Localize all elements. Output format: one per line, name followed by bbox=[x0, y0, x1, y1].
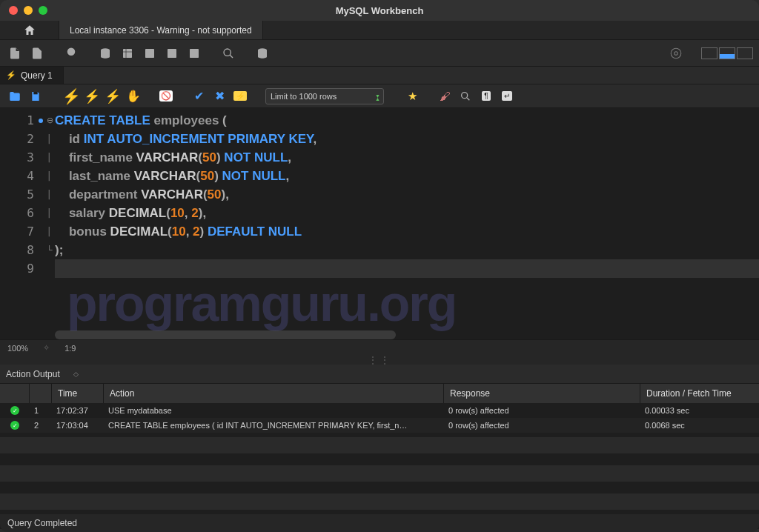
success-icon: ✓ bbox=[10, 406, 19, 415]
col-action[interactable]: Action bbox=[104, 384, 444, 403]
new-function-button[interactable] bbox=[185, 44, 203, 62]
toggle-autocommit-button[interactable]: 🚫 bbox=[159, 89, 173, 104]
zoom-level[interactable]: 100% bbox=[7, 344, 28, 353]
snippets-button[interactable]: ↵ bbox=[500, 89, 514, 104]
output-row[interactable]: ✓ 1 17:02:37 USE mydatabase 0 row(s) aff… bbox=[0, 403, 759, 418]
find-button[interactable]: 🖌 bbox=[437, 89, 452, 104]
save-file-button[interactable] bbox=[28, 89, 43, 104]
svg-rect-4 bbox=[190, 49, 199, 58]
toggle-output-button[interactable] bbox=[719, 47, 735, 59]
main-toolbar bbox=[0, 40, 759, 67]
code-area[interactable]: CREATE TABLE employees ( id INT AUTO_INC… bbox=[55, 108, 759, 339]
output-row[interactable]: ✓ 2 17:03:04 CREATE TABLE employees ( id… bbox=[0, 418, 759, 433]
svg-rect-9 bbox=[33, 92, 37, 94]
status-text: Query Completed bbox=[7, 518, 77, 528]
fold-toggle[interactable]: ⊖ bbox=[44, 111, 55, 130]
search-button[interactable] bbox=[219, 44, 237, 62]
output-header: Action Output ◇ bbox=[0, 365, 759, 384]
new-table-button[interactable] bbox=[119, 44, 136, 62]
new-view-button[interactable] bbox=[141, 44, 159, 62]
fold-gutter: ⊖ ││││││└ bbox=[44, 108, 55, 339]
col-response[interactable]: Response bbox=[444, 384, 640, 403]
pane-divider[interactable]: ⋮⋮ bbox=[0, 356, 759, 365]
svg-rect-2 bbox=[145, 49, 154, 58]
cursor-position: 1:9 bbox=[64, 344, 76, 353]
explain-button[interactable]: ⚡ bbox=[105, 89, 120, 104]
output-row-empty bbox=[0, 465, 759, 482]
row-limit-select[interactable]: Limit to 1000 rows bbox=[265, 88, 384, 104]
close-window-button[interactable] bbox=[9, 6, 18, 15]
output-columns: Time Action Response Duration / Fetch Ti… bbox=[0, 384, 759, 403]
execute-current-button[interactable]: ⚡ bbox=[84, 89, 99, 104]
query-tab[interactable]: ⚡ Query 1 bbox=[0, 67, 64, 84]
stop-button[interactable]: ✋ bbox=[126, 89, 141, 104]
maximize-window-button[interactable] bbox=[39, 6, 47, 15]
output-rows: ✓ 1 17:02:37 USE mydatabase 0 row(s) aff… bbox=[0, 403, 759, 529]
svg-point-5 bbox=[224, 49, 231, 56]
success-icon: ✓ bbox=[10, 421, 19, 430]
title-bar: MySQL Workbench bbox=[0, 0, 759, 21]
svg-point-8 bbox=[675, 51, 678, 55]
line-gutter: 123456789 bbox=[0, 108, 44, 339]
reconnect-button[interactable] bbox=[253, 44, 271, 62]
home-tab[interactable] bbox=[0, 21, 59, 39]
new-sql-tab-button[interactable] bbox=[6, 44, 24, 62]
open-file-button[interactable] bbox=[7, 89, 22, 104]
home-icon bbox=[23, 24, 36, 37]
toggle-limit-button[interactable]: ⚡ bbox=[233, 89, 248, 104]
beautify-button[interactable]: ★ bbox=[405, 89, 420, 104]
commit-button[interactable]: ✔ bbox=[191, 89, 206, 104]
status-footer: Query Completed bbox=[0, 514, 759, 532]
panel-toggle-group bbox=[701, 47, 753, 59]
lightning-icon: ⚡ bbox=[6, 70, 16, 80]
settings-button[interactable] bbox=[667, 44, 685, 62]
col-time[interactable]: Time bbox=[52, 384, 104, 403]
editor-status-bar: 100% ✧ 1:9 bbox=[0, 339, 759, 356]
open-sql-file-button[interactable] bbox=[28, 44, 46, 62]
wrap-button[interactable]: ¶ bbox=[479, 89, 494, 104]
svg-rect-1 bbox=[123, 49, 132, 58]
invisible-chars-button[interactable] bbox=[458, 89, 473, 104]
sql-editor[interactable]: 123456789 ⊖ ││││││└ CREATE TABLE employe… bbox=[0, 108, 759, 339]
execute-button[interactable]: ⚡ bbox=[64, 89, 79, 104]
svg-point-7 bbox=[671, 48, 681, 59]
query-tab-label: Query 1 bbox=[21, 70, 53, 81]
new-schema-button[interactable] bbox=[96, 44, 114, 62]
svg-point-10 bbox=[462, 92, 468, 98]
horizontal-scrollbar[interactable] bbox=[55, 330, 396, 339]
app-title: MySQL Workbench bbox=[336, 5, 424, 16]
output-row-empty bbox=[0, 437, 759, 453]
connection-tab[interactable]: Local instance 3306 - Warning - not supp… bbox=[59, 21, 263, 39]
toggle-sidebar-button[interactable] bbox=[701, 47, 717, 59]
svg-rect-3 bbox=[168, 49, 176, 58]
editor-tab-bar: ⚡ Query 1 bbox=[0, 67, 759, 84]
toggle-secondary-button[interactable] bbox=[737, 47, 753, 59]
inspector-button[interactable] bbox=[62, 44, 80, 62]
output-type-select[interactable]: Action Output bbox=[6, 369, 60, 379]
query-toolbar: ⚡ ⚡ ⚡ ✋ 🚫 ✔ ✖ ⚡ Limit to 1000 rows ★ 🖌 ¶… bbox=[0, 84, 759, 108]
new-procedure-button[interactable] bbox=[163, 44, 181, 62]
output-row-empty bbox=[0, 493, 759, 510]
rollback-button[interactable]: ✖ bbox=[212, 89, 227, 104]
col-duration[interactable]: Duration / Fetch Time bbox=[640, 384, 759, 403]
connection-tab-bar: Local instance 3306 - Warning - not supp… bbox=[0, 21, 759, 40]
minimize-window-button[interactable] bbox=[24, 6, 33, 15]
window-controls bbox=[9, 6, 47, 15]
